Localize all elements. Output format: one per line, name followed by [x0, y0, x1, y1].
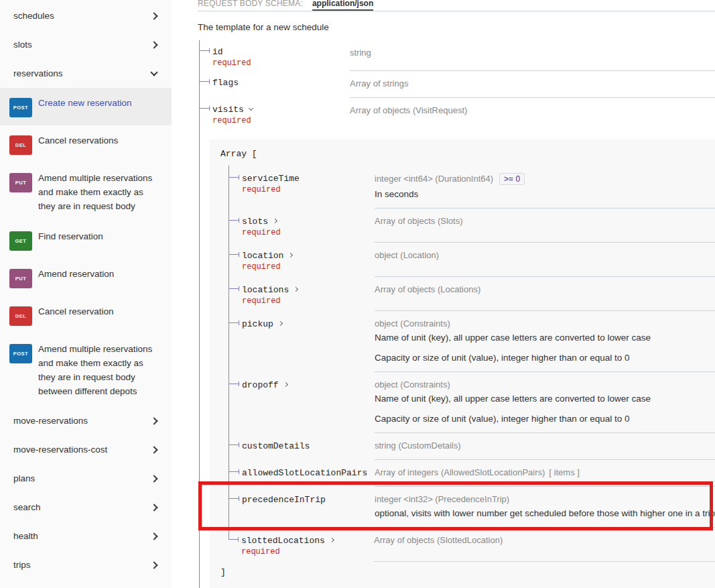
field-description: Capacity or size of unit (value), intege… — [375, 414, 715, 424]
request-body-header: REQUEST BODY SCHEMA: application/json — [198, 0, 715, 11]
field-description: Capacity or size of unit (value), intege… — [375, 353, 715, 363]
chevron-right-icon — [330, 538, 334, 542]
field-name-customDetails: customDetails — [242, 441, 310, 451]
sidebar: schedules slots reservations POST Create… — [0, 0, 172, 588]
field-type: integer <int64> (DurationInt64) — [375, 174, 493, 184]
field-type: Array of integers (AllowedSlotLocationPa… — [375, 467, 545, 477]
field-description: optional, visits with lower number get s… — [375, 508, 715, 518]
field-description: In seconds — [375, 189, 715, 199]
sidebar-item-label: search — [13, 502, 41, 512]
field-type: Array of objects (Slots) — [375, 216, 463, 226]
chevron-right-icon — [278, 321, 283, 326]
field-toggle-dropoff[interactable]: dropoff — [242, 380, 287, 390]
schema-row-location: location required object (Location) — [229, 243, 715, 277]
chevron-right-icon — [150, 561, 157, 569]
field-type: Array of objects (VisitRequest) — [350, 105, 467, 115]
field-description: Name of unit (key), all upper case lette… — [375, 333, 715, 343]
content-type-tab[interactable]: application/json — [312, 0, 373, 11]
constraint-badge: >= 0 — [499, 173, 525, 185]
field-toggle-slottedLocations[interactable]: slottedLocations — [241, 536, 334, 546]
required-label: required — [212, 58, 350, 68]
field-toggle-location[interactable]: location — [242, 251, 292, 261]
required-label: required — [242, 228, 375, 237]
field-toggle-pickup[interactable]: pickup — [242, 319, 282, 329]
sidebar-item-label: slots — [13, 40, 32, 50]
operation-label: Cancel reservations — [38, 133, 118, 148]
array-close-bracket: ] — [220, 567, 715, 577]
chevron-down-icon — [150, 68, 157, 76]
field-name-precedenceInTrip: precedenceInTrip — [242, 495, 326, 505]
sidebar-item-move-reservations[interactable]: move-reservations — [0, 406, 172, 435]
operation-label: Create new reservation — [38, 96, 132, 110]
sidebar-item-find-reservation[interactable]: GET Find reservation — [0, 221, 172, 259]
sidebar-item-create-new-reservation[interactable]: POST Create new reservation — [0, 88, 172, 125]
method-badge-get: GET — [9, 231, 32, 251]
field-name-id: id — [212, 47, 223, 57]
field-toggle-locations[interactable]: locations — [242, 285, 298, 295]
field-toggle-visits[interactable]: visits — [212, 105, 253, 115]
sidebar-item-schedules[interactable]: schedules — [0, 1, 172, 30]
operation-label: Cancel reservation — [38, 304, 114, 318]
field-type: object (Constraints) — [375, 318, 450, 329]
schema-row-visits: visits required Array of objects (VisitR… — [200, 98, 715, 129]
visits-array-panel: Array [ serviceTime required integer <in… — [210, 139, 715, 588]
field-type: Array of objects (Locations) — [375, 284, 480, 294]
chevron-right-icon — [283, 382, 288, 387]
schema-row-slots: slots required Array of objects (Slots) — [229, 209, 715, 243]
method-badge-delete: DEL — [9, 135, 32, 155]
chevron-right-icon — [150, 475, 157, 482]
schema-tree: id required string flags Array of string… — [199, 40, 715, 588]
sidebar-item-move-reservations-cost[interactable]: move-reservations-cost — [0, 435, 172, 464]
field-type: object (Location) — [375, 250, 439, 260]
schema-row-customDetails: customDetails string (CustomDetails) — [229, 433, 715, 460]
required-label: required — [242, 262, 375, 272]
chevron-right-icon — [288, 253, 293, 257]
field-type: string (CustomDetails) — [375, 440, 461, 451]
method-badge-put: PUT — [9, 173, 32, 192]
sidebar-item-search[interactable]: search — [0, 493, 172, 522]
method-badge-post: POST — [9, 98, 32, 117]
request-body-schema-panel: REQUEST BODY SCHEMA: application/json Th… — [172, 0, 715, 588]
required-label: required — [241, 547, 374, 556]
field-description: Name of unit (key), all upper case lette… — [375, 394, 715, 404]
required-label: required — [242, 296, 375, 306]
schema-row-id: id required string — [200, 40, 715, 71]
schema-row-slottedLocations: slottedLocations required Array of objec… — [229, 528, 715, 562]
schema-row-flags: flags Array of strings — [200, 71, 715, 98]
sidebar-item-amend-multiple-reservations-depots[interactable]: POST Amend multiple reservations and mak… — [0, 334, 172, 406]
sidebar-item-trips[interactable]: trips — [0, 550, 172, 579]
method-badge-delete: DEL — [9, 306, 32, 326]
field-name-allowedSlotLocationPairs: allowedSlotLocationPairs — [242, 468, 367, 478]
method-badge-post: POST — [9, 344, 32, 363]
sidebar-item-cancel-reservations[interactable]: DEL Cancel reservations — [0, 125, 172, 163]
chevron-right-icon — [150, 532, 157, 540]
field-type: Array of objects (SlottedLocation) — [374, 535, 503, 545]
sidebar-item-label: move-reservations-cost — [13, 445, 107, 455]
method-badge-put: PUT — [9, 269, 32, 288]
required-label: required — [242, 185, 375, 194]
sidebar-item-reservations[interactable]: reservations — [0, 59, 172, 88]
sidebar-item-amend-reservation[interactable]: PUT Amend reservation — [0, 259, 172, 296]
field-toggle-slots[interactable]: slots — [242, 217, 277, 227]
operation-label: Amend multiple reservations and make the… — [38, 171, 161, 213]
schema-row-allowedSlotLocationPairs: allowedSlotLocationPairs Array of intege… — [229, 460, 715, 487]
field-type: Array of strings — [350, 78, 408, 89]
sidebar-item-slots[interactable]: slots — [0, 30, 172, 59]
items-link[interactable]: [ items ] — [549, 467, 580, 477]
sidebar-item-label: schedules — [13, 11, 54, 21]
chevron-down-icon — [249, 106, 253, 111]
chevron-right-icon — [150, 446, 157, 453]
chevron-right-icon — [294, 287, 298, 292]
sidebar-item-statistics[interactable]: statistics — [0, 579, 172, 588]
field-name-flags: flags — [212, 78, 239, 88]
sidebar-item-cancel-reservation[interactable]: DEL Cancel reservation — [0, 296, 172, 334]
operation-label: Find reservation — [38, 229, 103, 243]
chevron-right-icon — [273, 219, 277, 223]
sidebar-item-amend-multiple-reservations[interactable]: PUT Amend multiple reservations and make… — [0, 163, 172, 221]
sidebar-item-health[interactable]: health — [0, 522, 172, 550]
operation-label: Amend reservation — [38, 267, 114, 281]
request-body-schema-label: REQUEST BODY SCHEMA: — [198, 0, 303, 8]
sidebar-item-plans[interactable]: plans — [0, 464, 172, 493]
sidebar-item-label: move-reservations — [13, 416, 88, 426]
sidebar-item-label: reservations — [13, 68, 63, 78]
